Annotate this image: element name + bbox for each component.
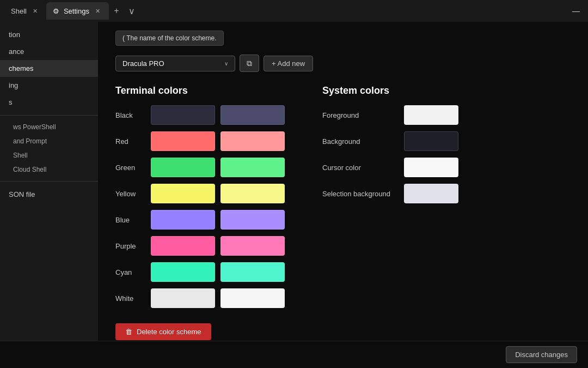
sys-color-swatch-cursor-color[interactable] [404, 158, 458, 177]
tab-shell-label: Shell [11, 7, 27, 15]
terminal-color-row: Red [115, 131, 290, 151]
color-swatch-dark-blue[interactable] [151, 210, 215, 230]
color-label-white: White [115, 294, 145, 303]
bottom-bar: Discard changes [0, 341, 588, 368]
sidebar-item-schemes[interactable]: chemes [0, 60, 98, 77]
system-color-row: Cursor color [322, 158, 464, 177]
sys-color-swatch-selection-background[interactable] [404, 184, 458, 203]
scheme-dropdown[interactable]: Dracula PRO ∨ [115, 56, 235, 71]
tooltip-bubble: ( The name of the color scheme. [115, 31, 224, 46]
tooltip-text: The name of the color scheme. [126, 34, 216, 42]
terminal-color-row: Purple [115, 236, 290, 256]
terminal-color-row: Black [115, 105, 290, 125]
sidebar-item-0[interactable]: tion [0, 26, 98, 43]
sys-color-label-foreground: Foreground [322, 111, 399, 119]
color-swatch-dark-red[interactable] [151, 131, 215, 151]
tab-dropdown-button[interactable]: ∨ [124, 3, 139, 19]
scheme-selector-row: Dracula PRO ∨ ⧉ + Add new [115, 55, 571, 72]
color-label-purple: Purple [115, 242, 145, 250]
tooltip-arrow-icon: ( [122, 34, 125, 42]
tab-shell[interactable]: Shell ✕ [4, 2, 46, 20]
settings-panel: ( The name of the color scheme. Dracula … [98, 22, 588, 341]
sidebar-divider [0, 115, 98, 116]
color-swatch-dark-black[interactable] [151, 105, 215, 125]
sidebar: tion ance chemes ing s ws PowerShell and… [0, 22, 98, 341]
sidebar-subitem-shell[interactable]: Shell [0, 148, 98, 162]
color-label-green: Green [115, 164, 145, 172]
color-swatch-dark-green[interactable] [151, 158, 215, 177]
color-swatch-bright-red[interactable] [220, 131, 285, 151]
sidebar-item-4[interactable]: s [0, 94, 98, 111]
system-color-rows: Foreground Background Cursor color Selec… [322, 105, 464, 203]
settings-gear-icon: ⚙ [53, 7, 59, 15]
new-tab-button[interactable]: + [109, 3, 124, 19]
terminal-color-row: Green [115, 158, 290, 177]
tab-shell-close[interactable]: ✕ [31, 7, 40, 15]
sidebar-subitem-prompt[interactable]: and Prompt [0, 134, 98, 148]
sidebar-divider-2 [0, 181, 98, 182]
terminal-colors-title: Terminal colors [115, 85, 290, 96]
delete-scheme-button[interactable]: 🗑 Delete color scheme [115, 323, 211, 340]
tab-settings-close[interactable]: ✕ [94, 7, 102, 15]
delete-label: Delete color scheme [137, 328, 201, 336]
sys-color-swatch-background[interactable] [404, 131, 458, 151]
color-swatch-dark-purple[interactable] [151, 236, 215, 256]
system-colors-title: System colors [322, 85, 464, 96]
discard-changes-button[interactable]: Discard changes [506, 346, 577, 363]
sidebar-subitem-powershell[interactable]: ws PowerShell [0, 120, 98, 134]
sys-color-label-cursor-color: Cursor color [322, 164, 399, 172]
scheme-selected-label: Dracula PRO [122, 59, 164, 68]
delete-button-area: 🗑 Delete color scheme [115, 323, 571, 340]
main-content: tion ance chemes ing s ws PowerShell and… [0, 22, 588, 341]
terminal-colors-section: Terminal colors Black Red Green Yellow B… [115, 85, 290, 315]
terminal-color-row: Cyan [115, 262, 290, 282]
color-label-red: Red [115, 137, 145, 146]
scheme-dropdown-arrow-icon: ∨ [224, 61, 228, 67]
sys-color-label-selection-background: Selection background [322, 190, 399, 198]
minimize-button[interactable]: — [568, 3, 584, 19]
duplicate-scheme-button[interactable]: ⧉ [240, 55, 259, 72]
color-label-black: Black [115, 111, 145, 119]
system-color-row: Selection background [322, 184, 464, 203]
color-swatch-dark-cyan[interactable] [151, 262, 215, 282]
sidebar-item-json[interactable]: SON file [0, 186, 98, 203]
color-swatch-bright-yellow[interactable] [220, 184, 285, 203]
delete-icon: 🗑 [125, 328, 132, 336]
color-label-yellow: Yellow [115, 190, 145, 198]
terminal-color-row: Yellow [115, 184, 290, 203]
system-colors-section: System colors Foreground Background Curs… [322, 85, 464, 315]
system-color-row: Background [322, 131, 464, 151]
color-swatch-bright-green[interactable] [220, 158, 285, 177]
tab-settings[interactable]: ⚙ Settings ✕ [46, 2, 109, 20]
sys-color-label-background: Background [322, 137, 399, 146]
system-color-row: Foreground [322, 105, 464, 125]
color-swatch-bright-blue[interactable] [220, 210, 285, 230]
color-swatch-bright-black[interactable] [220, 105, 285, 125]
terminal-color-row: White [115, 288, 290, 308]
color-swatch-dark-yellow[interactable] [151, 184, 215, 203]
sidebar-item-3[interactable]: ing [0, 77, 98, 94]
sidebar-subitem-cloudshell[interactable]: Cloud Shell [0, 162, 98, 177]
color-swatch-bright-cyan[interactable] [220, 262, 285, 282]
sidebar-item-1[interactable]: ance [0, 43, 98, 60]
tab-settings-label: Settings [64, 7, 89, 15]
add-new-label: + Add new [272, 59, 305, 68]
add-new-scheme-button[interactable]: + Add new [264, 56, 313, 71]
colors-layout: Terminal colors Black Red Green Yellow B… [115, 85, 571, 315]
color-swatch-bright-white[interactable] [220, 288, 285, 308]
color-swatch-dark-white[interactable] [151, 288, 215, 308]
terminal-color-rows: Black Red Green Yellow Blue Purple Cyan [115, 105, 290, 308]
color-swatch-bright-purple[interactable] [220, 236, 285, 256]
sys-color-swatch-foreground[interactable] [404, 105, 458, 125]
title-bar: Shell ✕ ⚙ Settings ✕ + ∨ — [0, 0, 588, 22]
terminal-color-row: Blue [115, 210, 290, 230]
color-label-blue: Blue [115, 216, 145, 224]
duplicate-icon: ⧉ [247, 59, 252, 68]
color-label-cyan: Cyan [115, 268, 145, 276]
